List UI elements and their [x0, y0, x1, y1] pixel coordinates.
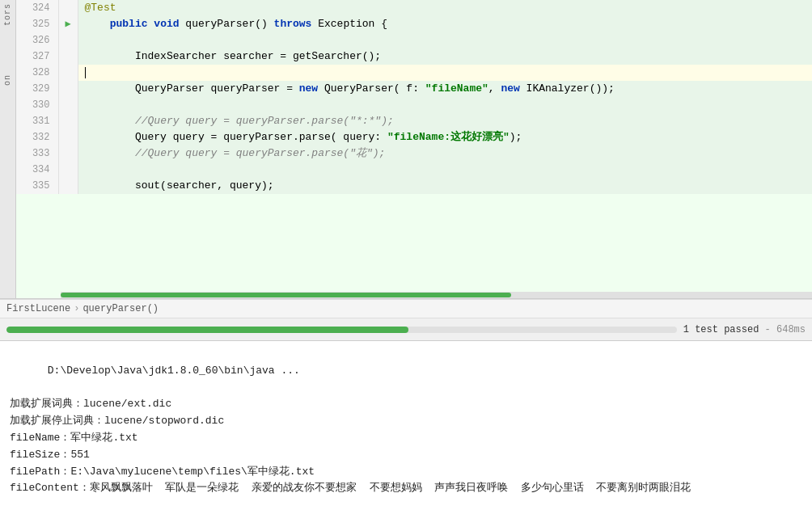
run-icon-325[interactable]: ▶: [65, 19, 70, 30]
gutter-332: [58, 129, 78, 145]
progress-bar-container: [6, 327, 677, 333]
gutter-329: [58, 81, 78, 97]
gutter-324: [58, 0, 78, 16]
console-java-cmd: D:\Develop\Java\jdk1.8.0_60\bin\java ...: [10, 346, 802, 396]
code-token: public: [110, 18, 148, 30]
line-content-335: sout(searcher, query);: [78, 178, 812, 194]
test-result-text: 1 test passed - 648ms: [683, 324, 806, 335]
code-token: "fileName": [425, 82, 488, 95]
breadcrumb-separator: ›: [74, 303, 79, 314]
code-line-332: 332 Query query = queryParser.parse( que…: [16, 129, 812, 145]
line-number-330: 330: [16, 97, 58, 113]
code-token: //Query query = queryParser.parse("*:*")…: [135, 115, 394, 127]
line-number-325: 325: [16, 16, 58, 32]
line-content-333: //Query query = queryParser.parse("花");: [78, 145, 812, 162]
breadcrumb-part-2: queryParser(): [82, 303, 159, 314]
console-line-4: filePath：E:\Java\mylucene\temp\files\军中绿…: [10, 464, 802, 481]
horizontal-scrollbar[interactable]: [61, 292, 812, 298]
code-token: void: [154, 18, 179, 30]
scrollbar-thumb[interactable]: [61, 293, 511, 297]
code-line-325: 325▶ public void queryParser() throws Ex…: [16, 16, 812, 32]
line-number-328: 328: [16, 65, 58, 81]
console-line-5: fileContent：寒风飘飘落叶 军队是一朵绿花 亲爱的战友你不要想家 不要…: [10, 480, 802, 497]
code-token: throws: [274, 18, 312, 30]
left-sidebar: tors on: [0, 0, 16, 299]
line-number-332: 332: [16, 129, 58, 145]
code-line-335: 335 sout(searcher, query);: [16, 178, 812, 194]
gutter-334: [58, 162, 78, 178]
main-layout: tors on 324@Test325▶ public void queryPa…: [0, 0, 812, 510]
editor-area[interactable]: tors on 324@Test325▶ public void queryPa…: [0, 0, 812, 299]
code-line-331: 331 //Query query = queryParser.parse("*…: [16, 113, 812, 129]
line-number-333: 333: [16, 145, 58, 162]
code-token: "fileName:这花好漂亮": [387, 131, 510, 143]
code-token: @Test: [85, 2, 116, 14]
code-line-329: 329 QueryParser queryParser = new QueryP…: [16, 81, 812, 97]
line-content-329: QueryParser queryParser = new QueryParse…: [78, 81, 812, 97]
code-token: new: [501, 82, 519, 95]
gutter-335: [58, 178, 78, 194]
text-cursor: [85, 67, 86, 78]
code-line-326: 326: [16, 32, 812, 48]
gutter-325[interactable]: ▶: [58, 16, 78, 32]
line-content-327: IndexSearcher searcher = getSearcher();: [78, 48, 812, 65]
line-content-325: public void queryParser() throws Excepti…: [78, 16, 812, 32]
code-line-334: 334: [16, 162, 812, 178]
line-number-334: 334: [16, 162, 58, 178]
console-lines: 加载扩展词典：lucene/ext.dic加载扩展停止词典：lucene/sto…: [10, 396, 802, 497]
code-token: //Query query = queryParser.parse("花");: [135, 147, 385, 159]
test-duration: - 648ms: [765, 324, 806, 335]
line-number-324: 324: [16, 0, 58, 16]
java-cmd-text: D:\Develop\Java\jdk1.8.0_60\bin\java ...: [48, 365, 300, 377]
console-line-1: 加载扩展停止词典：lucene/stopword.dic: [10, 413, 802, 430]
line-number-327: 327: [16, 48, 58, 65]
line-content-334: [78, 162, 812, 178]
gutter-326: [58, 32, 78, 48]
code-area: 324@Test325▶ public void queryParser() t…: [16, 0, 812, 194]
line-number-326: 326: [16, 32, 58, 48]
line-number-329: 329: [16, 81, 58, 97]
line-number-335: 335: [16, 178, 58, 194]
console-line-0: 加载扩展词典：lucene/ext.dic: [10, 396, 802, 413]
code-line-328: 328: [16, 65, 812, 81]
line-content-326: [78, 32, 812, 48]
sidebar-label-bottom: on: [3, 74, 12, 86]
test-passed-count: 1 test passed: [683, 324, 759, 335]
gutter-328: [58, 65, 78, 81]
code-line-327: 327 IndexSearcher searcher = getSearcher…: [16, 48, 812, 65]
sidebar-label-top: tors: [3, 3, 12, 26]
code-line-330: 330: [16, 97, 812, 113]
code-table: 324@Test325▶ public void queryParser() t…: [16, 0, 812, 194]
code-token: new: [299, 82, 318, 95]
line-number-331: 331: [16, 113, 58, 129]
gutter-330: [58, 97, 78, 113]
console-area: D:\Develop\Java\jdk1.8.0_60\bin\java ...…: [0, 341, 812, 510]
editor-wrapper: tors on 324@Test325▶ public void queryPa…: [0, 0, 812, 299]
line-content-328: [78, 65, 812, 81]
breadcrumb-bar: FirstLucene › queryParser(): [0, 299, 812, 318]
breadcrumb-part-1: FirstLucene: [6, 303, 70, 314]
line-content-331: //Query query = queryParser.parse("*:*")…: [78, 113, 812, 129]
progress-bar-fill: [6, 327, 408, 333]
gutter-327: [58, 48, 78, 65]
code-line-324: 324@Test: [16, 0, 812, 16]
line-content-324: @Test: [78, 0, 812, 16]
code-line-333: 333 //Query query = queryParser.parse("花…: [16, 145, 812, 162]
console-line-2: fileName：军中绿花.txt: [10, 430, 802, 447]
gutter-331: [58, 113, 78, 129]
line-content-330: [78, 97, 812, 113]
gutter-333: [58, 145, 78, 162]
console-line-3: fileSize：551: [10, 447, 802, 464]
line-content-332: Query query = queryParser.parse( query: …: [78, 129, 812, 145]
test-bar: 1 test passed - 648ms: [0, 318, 812, 341]
